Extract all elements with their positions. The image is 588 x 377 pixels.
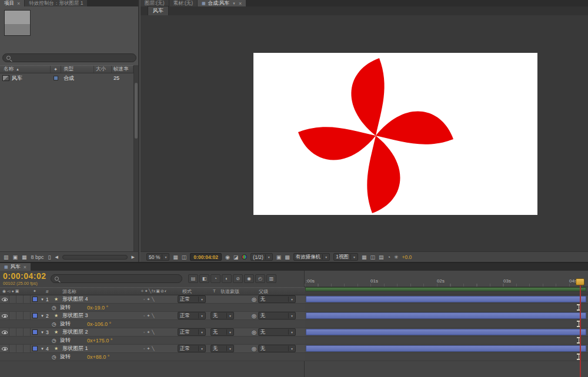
timeline-panel-icon[interactable]: ▤ xyxy=(379,254,384,260)
transparency-grid-icon[interactable]: ▩ xyxy=(285,254,290,260)
resolution-select[interactable]: (1/2)▼ xyxy=(250,253,272,261)
project-item-row[interactable]: 风车 合成 25 xyxy=(0,74,133,82)
property-name[interactable]: 旋转 xyxy=(60,336,71,344)
pickwhip-icon[interactable]: ◎ xyxy=(252,313,256,319)
trkmat-select[interactable]: 无▼ xyxy=(211,345,234,352)
pickwhip-icon[interactable]: ◎ xyxy=(252,346,256,352)
property-track-row[interactable] xyxy=(305,304,588,312)
lock-toggle[interactable] xyxy=(24,328,31,336)
fast-preview-icon[interactable]: ◫ xyxy=(370,254,375,260)
tab-footage[interactable]: 素材:(无) xyxy=(169,0,198,6)
twirl-icon[interactable]: ▼ xyxy=(39,331,46,334)
tab-timeline-comp[interactable]: ▦ 风车 × xyxy=(0,263,31,271)
layer-name[interactable]: 形状图层 3 xyxy=(62,312,131,319)
zoom-select[interactable]: 50 %▼ xyxy=(146,253,169,261)
graph-editor-button[interactable]: ◴ xyxy=(255,274,265,283)
time-ruler[interactable]: :00s 01s 02s 03s 04s xyxy=(305,271,588,287)
twirl-icon[interactable]: ▼ xyxy=(39,347,46,351)
layer-switches[interactable]: ◦✦╲ xyxy=(131,330,178,335)
column-fps[interactable]: 帧速率 xyxy=(112,66,133,73)
playhead-line[interactable] xyxy=(580,285,581,377)
layer-track-row[interactable] xyxy=(305,312,588,320)
solo-toggle[interactable] xyxy=(16,295,24,303)
playhead-marker[interactable] xyxy=(576,278,584,285)
layer-row[interactable]: ▼ 3 ★ 形状图层 2 ◦✦╲ 正常▼ 无▼ ◎无▼ xyxy=(0,328,305,336)
audio-toggle[interactable] xyxy=(9,295,16,303)
layer-duration-bar[interactable] xyxy=(306,329,586,335)
layer-switches[interactable]: ◦✦╲ xyxy=(131,314,178,318)
property-row[interactable]: ◷ 旋转 0x-19.0 ° xyxy=(0,304,305,312)
comp-viewer-tab[interactable]: 风车 xyxy=(148,6,169,15)
twirl-icon[interactable]: ▼ xyxy=(39,298,46,301)
rotation-value[interactable]: 0x+175.0 ° xyxy=(87,338,112,344)
layer-row[interactable]: ▼ 1 ★ 形状图层 4 ◦✦╲ 正常▼ ◎无▼ xyxy=(0,295,305,304)
view-layout-select[interactable]: 1视图▼ xyxy=(333,253,358,261)
switches-header-icons[interactable]: ✧✦╲fx▣⊘◐ xyxy=(131,289,178,294)
property-row[interactable]: ◷ 旋转 0x-106.0 ° xyxy=(0,320,305,328)
tab-project[interactable]: 项目 × xyxy=(0,0,24,6)
layer-number-header[interactable]: # xyxy=(46,289,54,294)
layer-track-row[interactable] xyxy=(305,328,588,336)
stopwatch-icon[interactable]: ◷ xyxy=(52,354,56,360)
column-type[interactable]: 类型 xyxy=(61,66,94,73)
property-name[interactable]: 旋转 xyxy=(60,304,71,311)
scrollbar-thumb[interactable] xyxy=(135,83,138,139)
channels-icon[interactable] xyxy=(242,254,247,260)
stopwatch-icon[interactable]: ◷ xyxy=(52,305,56,311)
horizontal-scrollbar[interactable] xyxy=(62,255,128,260)
pixel-aspect-icon[interactable]: ▦ xyxy=(362,254,367,260)
composition-frame[interactable] xyxy=(253,53,537,215)
stopwatch-icon[interactable]: ◷ xyxy=(52,321,56,327)
trkmat-select[interactable]: 无▼ xyxy=(211,328,234,336)
close-icon[interactable]: × xyxy=(17,1,20,6)
eye-toggle[interactable] xyxy=(0,328,9,336)
close-icon[interactable]: × xyxy=(24,264,26,270)
property-row[interactable]: ◷ 旋转 0x+175.0 ° xyxy=(0,336,305,345)
property-name[interactable]: 旋转 xyxy=(60,320,71,328)
lock-toggle[interactable] xyxy=(24,345,31,352)
mode-select[interactable]: 正常▼ xyxy=(178,295,206,303)
rotation-value[interactable]: 0x-19.0 ° xyxy=(87,305,108,311)
property-track-row[interactable] xyxy=(305,353,588,361)
layer-duration-bar[interactable] xyxy=(306,345,586,352)
hide-shy-button[interactable]: ◔ xyxy=(211,274,220,283)
interpret-footage-icon[interactable]: ▥ xyxy=(4,254,9,260)
label-color-chip[interactable] xyxy=(54,76,58,80)
tab-composition[interactable]: ▦ 合成:风车 ▼ × xyxy=(198,0,246,6)
stopwatch-icon[interactable]: ◷ xyxy=(52,338,56,344)
new-folder-icon[interactable]: ▣ xyxy=(13,254,18,260)
property-track-row[interactable] xyxy=(305,336,588,345)
layer-switches[interactable]: ◦✦╲ xyxy=(131,297,178,302)
property-name[interactable]: 旋转 xyxy=(60,353,71,361)
frame-blend-button[interactable]: ◐ xyxy=(222,274,232,283)
layer-switches[interactable]: ◦✦╲ xyxy=(131,346,178,351)
trkmat-select[interactable]: 无▼ xyxy=(211,312,234,319)
label-color-chip[interactable] xyxy=(32,297,38,302)
solo-toggle[interactable] xyxy=(16,312,24,319)
parent-select[interactable]: 无▼ xyxy=(258,295,296,303)
mode-select[interactable]: 正常▼ xyxy=(178,345,206,352)
scroll-right-icon[interactable]: ▶ xyxy=(132,255,135,260)
motion-blur-button[interactable]: ⊘ xyxy=(233,274,243,283)
project-scrollbar[interactable] xyxy=(133,65,138,251)
favorite-column-icon[interactable]: ✦ xyxy=(51,66,61,73)
pickwhip-icon[interactable]: ◎ xyxy=(252,329,256,335)
current-timecode[interactable]: 0:00:04:02 xyxy=(3,271,46,281)
project-search-input[interactable] xyxy=(2,53,136,62)
column-name[interactable]: 名称 ▲ xyxy=(0,66,51,73)
audio-toggle[interactable] xyxy=(9,345,16,352)
grid-options-icon[interactable]: ▦ xyxy=(173,254,178,260)
layer-track-row[interactable] xyxy=(305,345,588,353)
region-of-interest-icon[interactable]: ▣ xyxy=(276,254,282,260)
comp-flowchart-button[interactable]: ▤ xyxy=(188,274,198,283)
timeline-search-input[interactable] xyxy=(51,274,182,283)
rotation-value[interactable]: 0x-106.0 ° xyxy=(87,321,111,327)
eye-toggle[interactable] xyxy=(0,345,9,352)
layer-duration-bar[interactable] xyxy=(306,296,586,302)
audio-toggle[interactable] xyxy=(9,328,16,336)
layer-row[interactable]: ▼ 4 ★ 形状图层 1 ◦✦╲ 正常▼ 无▼ ◎无▼ xyxy=(0,345,305,353)
layer-name[interactable]: 形状图层 2 xyxy=(62,328,131,336)
parent-select[interactable]: 无▼ xyxy=(258,345,296,352)
exposure-icon[interactable]: ✳ xyxy=(394,254,399,260)
solo-toggle[interactable] xyxy=(16,328,24,336)
